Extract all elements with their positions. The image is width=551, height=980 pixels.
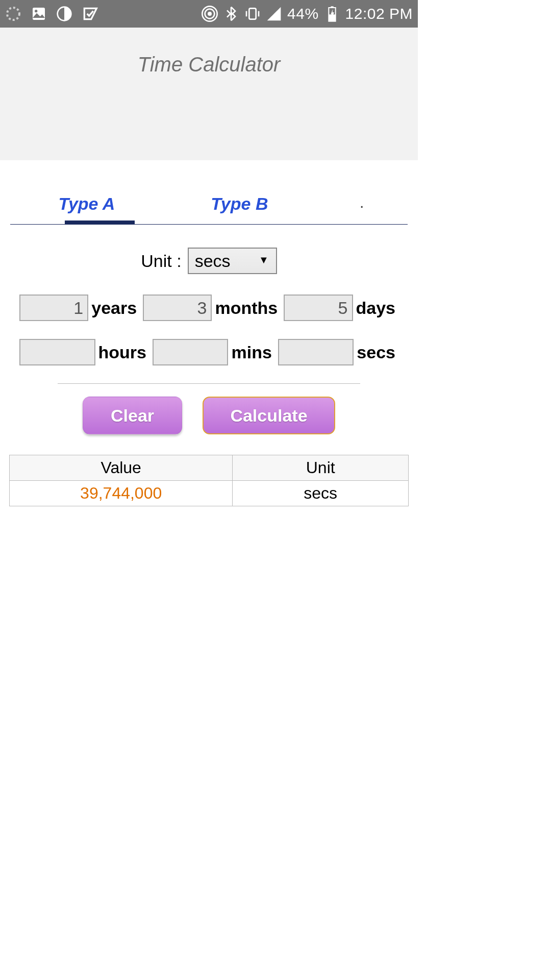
mins-input[interactable] [153,339,229,365]
years-label: years [91,298,137,318]
row-hms: hours mins secs [19,339,398,365]
clear-button[interactable]: Clear [83,397,182,434]
tab-more[interactable]: . [316,186,408,224]
days-input[interactable]: 5 [284,295,353,321]
svg-point-0 [7,8,19,20]
bluetooth-icon [223,6,239,22]
tab-type-a[interactable]: Type A [10,186,163,224]
battery-percent: 44% [287,5,319,22]
secs-label: secs [357,342,395,362]
unit-select[interactable]: secs [188,248,277,274]
page-title: Time Calculator [138,53,281,76]
header: Time Calculator [0,28,418,160]
battery-icon [324,6,340,22]
result-unit: secs [233,481,408,506]
result-header-value: Value [10,455,233,480]
buttons-row: Clear Calculate [19,397,398,434]
mins-label: mins [231,342,271,362]
signal-icon [266,6,282,22]
circle-half-icon [56,6,72,22]
svg-rect-1 [33,8,45,20]
svg-rect-7 [249,8,256,19]
result-body-row: 39,744,000 secs [10,481,408,506]
vibrate-icon [244,6,261,22]
hours-input[interactable] [19,339,95,365]
svg-point-4 [208,12,212,16]
unit-label: Unit : [141,251,181,271]
image-icon [31,6,47,22]
tab-indicator [65,220,135,225]
unit-select-value: secs [195,251,231,271]
secs-input[interactable] [278,339,354,365]
svg-rect-9 [331,6,333,8]
status-bar: 44% 12:02 PM [0,0,418,28]
divider [58,383,360,384]
tabs: Type A Type B . [10,186,408,225]
hotspot-icon [202,6,218,22]
tab-type-b[interactable]: Type B [163,186,316,224]
svg-point-2 [35,10,37,12]
spinner-icon [5,6,21,22]
status-left [5,6,98,22]
years-input[interactable]: 1 [19,295,88,321]
result-value: 39,744,000 [10,481,233,506]
days-label: days [356,298,396,318]
months-label: months [215,298,278,318]
row-ymd: 1 years 3 months 5 days [19,295,398,321]
months-input[interactable]: 3 [143,295,212,321]
calculate-button[interactable]: Calculate [203,397,335,434]
status-right: 44% 12:02 PM [202,5,413,22]
result-header-row: Value Unit [10,455,408,481]
clock-text: 12:02 PM [345,5,413,22]
result-table: Value Unit 39,744,000 secs [9,455,409,506]
result-header-unit: Unit [233,455,408,480]
unit-row: Unit : secs [0,248,418,274]
checkmark-icon [82,6,98,22]
inputs: 1 years 3 months 5 days hours mins secs … [0,295,418,434]
hours-label: hours [98,342,146,362]
